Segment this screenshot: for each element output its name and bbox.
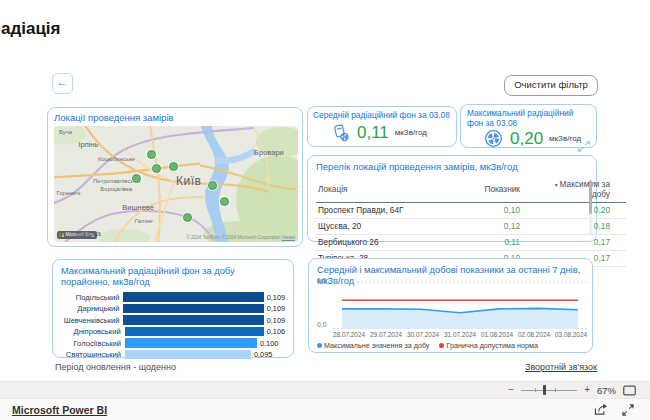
map-place-label: Бровари bbox=[254, 148, 284, 157]
legend-item[interactable]: Гранична допустима норма bbox=[439, 341, 538, 350]
zoom-slider[interactable] bbox=[521, 390, 577, 391]
bar-value: 0,095 bbox=[254, 350, 272, 359]
map-canvas[interactable]: Київ Microsoft Bing © 2024 TomTom, © 202… bbox=[54, 126, 298, 242]
table-row[interactable]: Проспект Правди, 64Г0,100,20 bbox=[316, 202, 626, 218]
cell-max: 0,17 bbox=[536, 234, 626, 250]
bar[interactable] bbox=[125, 350, 251, 360]
map-place-label: Вишневе bbox=[122, 203, 154, 212]
map-card: Локації проведення замірів Київ bbox=[47, 107, 303, 247]
powerbi-link[interactable]: Microsoft Power BI bbox=[12, 404, 107, 416]
feedback-link[interactable]: Зворотній зв'язок bbox=[525, 362, 597, 372]
map-city-label: Київ bbox=[176, 174, 201, 188]
bar-row: Шевченківський0,109 bbox=[61, 314, 285, 326]
cell-max: 0,20 bbox=[536, 202, 626, 218]
table-scrollbar[interactable] bbox=[589, 180, 592, 236]
legend-dot bbox=[317, 343, 322, 348]
bar-label: Дніпровський bbox=[61, 327, 121, 336]
back-button[interactable]: ← bbox=[52, 73, 73, 94]
dosimeter-icon bbox=[331, 123, 351, 143]
cell-max: 0,18 bbox=[536, 218, 626, 234]
bar[interactable] bbox=[123, 315, 263, 325]
y-axis-tick-max: 0,5 bbox=[317, 277, 326, 284]
table-row[interactable]: Щусєва, 200,120,18 bbox=[316, 218, 626, 234]
terms-link[interactable]: Умови bbox=[282, 235, 295, 240]
clear-filter-button[interactable]: Очистити фільтр bbox=[504, 75, 598, 96]
page-title: адіація bbox=[1, 19, 61, 39]
popout-icon[interactable] bbox=[577, 141, 591, 152]
column-header-location[interactable]: Локація bbox=[316, 176, 460, 203]
bar-chart-card: Максимальний радіаційний фон за добу пор… bbox=[52, 259, 294, 358]
cell-value: 0,10 bbox=[460, 202, 536, 218]
slider-tick bbox=[555, 388, 556, 392]
bar-value: 0,100 bbox=[260, 339, 278, 348]
microsoft-logo-icon bbox=[59, 233, 64, 238]
x-axis-tick: 31.07.2024 bbox=[444, 331, 476, 338]
bar-row: Подільський0,109 bbox=[61, 291, 285, 303]
avg-kpi-value: 0,11 bbox=[357, 123, 389, 143]
bar-row: Голосіївський0,100 bbox=[61, 337, 285, 349]
bar[interactable] bbox=[123, 292, 263, 302]
bar-value: 0,106 bbox=[267, 327, 285, 336]
line-chart-card: Середній і максимальний добові показники… bbox=[308, 258, 593, 353]
bar[interactable] bbox=[125, 338, 257, 348]
zoom-in-button[interactable]: + bbox=[584, 385, 590, 395]
bar[interactable] bbox=[125, 327, 264, 337]
update-note: Період оновлення - щоденно bbox=[55, 362, 176, 372]
share-button[interactable] bbox=[594, 403, 608, 416]
column-header-value[interactable]: Показник bbox=[460, 176, 536, 203]
legend-label: Гранична допустима норма bbox=[446, 341, 538, 350]
fullscreen-icon bbox=[622, 404, 634, 416]
bar-label: Дарницький bbox=[61, 304, 119, 313]
map-marker[interactable] bbox=[208, 181, 217, 190]
map-marker[interactable] bbox=[132, 174, 141, 183]
cell-location: Щусєва, 20 bbox=[316, 218, 460, 234]
cell-value: 0,11 bbox=[460, 234, 536, 250]
line-chart-plot[interactable] bbox=[333, 281, 587, 329]
bar-value: 0,109 bbox=[267, 304, 285, 313]
radiation-icon bbox=[483, 128, 504, 149]
map-place-label: Гатне bbox=[135, 218, 153, 224]
map-title: Локації проведення замірів bbox=[54, 113, 296, 124]
zoom-out-button[interactable]: − bbox=[508, 385, 514, 395]
bar-value: 0,109 bbox=[267, 293, 285, 302]
bar-chart-title: Максимальний радіаційний фон за добу пор… bbox=[61, 266, 285, 287]
cell-location: Вербицького 26 bbox=[316, 234, 460, 250]
bar-label: Голосіївський bbox=[61, 339, 121, 348]
zoom-slider-handle[interactable] bbox=[543, 385, 546, 395]
table-scrollbar-thumb[interactable] bbox=[589, 180, 592, 214]
map-marker[interactable] bbox=[152, 164, 161, 173]
avg-kpi-unit: мкЗв/год bbox=[395, 128, 427, 137]
map-place-label: Боярка bbox=[76, 229, 101, 238]
x-axis-tick: 28.07.2024 bbox=[333, 331, 365, 338]
max-kpi-title: Максимальний радіаційний фон за 03.08 bbox=[467, 109, 590, 128]
sort-descending-icon: ▼ bbox=[554, 182, 559, 188]
bar[interactable] bbox=[123, 304, 263, 314]
x-axis-tick: 03.08.2024 bbox=[555, 331, 587, 338]
map-marker[interactable] bbox=[220, 197, 229, 206]
fullscreen-button[interactable] bbox=[622, 404, 634, 416]
chart-legend: Максимальне значення за добуГранична доп… bbox=[317, 341, 538, 350]
fit-to-page-icon[interactable] bbox=[623, 385, 636, 396]
map-place-label: Коцюбинське bbox=[98, 156, 135, 162]
x-axis: 28.07.202429.07.202430.07.202431.07.2024… bbox=[333, 331, 587, 338]
x-axis-tick: 30.07.2024 bbox=[407, 331, 439, 338]
bar-chart-plot: Подільський0,109Дарницький0,109Шевченків… bbox=[61, 291, 285, 360]
powerbi-footer: Microsoft Power BI bbox=[0, 398, 650, 420]
table-row[interactable]: Вербицького 260,110,17 bbox=[316, 234, 626, 250]
zoom-level: 67% bbox=[597, 385, 616, 396]
legend-label: Максимальне значення за добу bbox=[324, 341, 429, 350]
x-axis-tick: 01.08.2024 bbox=[481, 331, 513, 338]
map-place-label: Ірпінь bbox=[78, 140, 98, 149]
cell-location: Проспект Правди, 64Г bbox=[316, 202, 460, 218]
avg-kpi-card[interactable]: Середній радіаційний фон за 03.08 0,11 м… bbox=[307, 106, 457, 147]
bar-label: Подільський bbox=[61, 293, 119, 302]
y-axis-tick-min: 0,0 bbox=[317, 321, 326, 328]
x-axis-tick: 29.07.2024 bbox=[370, 331, 402, 338]
bar-value: 0,109 bbox=[267, 316, 285, 325]
column-header-max[interactable]: ▼Максимум за добу bbox=[536, 176, 626, 203]
max-kpi-value: 0,20 bbox=[510, 129, 543, 149]
legend-item[interactable]: Максимальне значення за добу bbox=[317, 341, 429, 350]
avg-kpi-title: Середній радіаційний фон за 03.08 bbox=[313, 111, 451, 121]
powerbi-dashboard: адіація ← Очистити фільтр Локації провед… bbox=[0, 0, 650, 420]
map-marker[interactable] bbox=[169, 162, 178, 171]
